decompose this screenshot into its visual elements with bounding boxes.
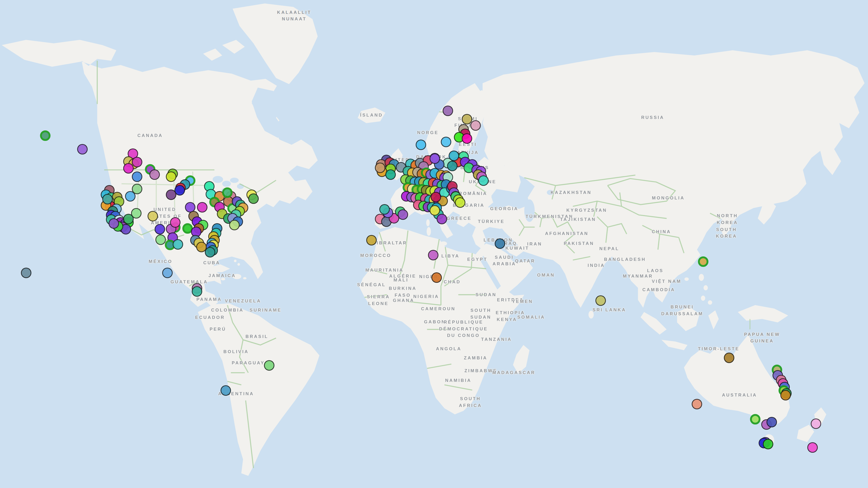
- landmass-new-guinea: [738, 305, 788, 322]
- country-label: RÉPUBLIQUE DÉMOCRATIQUE DU CONGO: [439, 319, 488, 339]
- map-marker[interactable]: [595, 295, 606, 306]
- country-label: SOUTH AFRICA: [459, 395, 482, 409]
- map-marker[interactable]: [431, 272, 442, 283]
- map-marker[interactable]: [248, 193, 259, 204]
- map-marker[interactable]: [398, 209, 408, 220]
- map-marker[interactable]: [197, 202, 208, 213]
- map-marker[interactable]: [102, 194, 113, 204]
- map-marker[interactable]: [416, 139, 426, 150]
- country-label: ECUADOR: [195, 315, 225, 321]
- country-label: VIỆT NAM: [652, 279, 681, 285]
- country-label: VENEZUELA: [225, 298, 261, 304]
- map-marker-highlighted[interactable]: [222, 187, 232, 198]
- map-marker[interactable]: [379, 204, 390, 215]
- map-marker[interactable]: [478, 175, 489, 186]
- country-label: BANGLADESH: [604, 256, 646, 263]
- map-marker[interactable]: [170, 217, 181, 228]
- country-label: KYRGYZSTAN: [566, 207, 607, 214]
- map-marker[interactable]: [192, 286, 202, 297]
- map-marker[interactable]: [155, 234, 166, 245]
- country-label: JAMAICA: [209, 272, 236, 279]
- map-marker[interactable]: [462, 133, 472, 144]
- map-marker[interactable]: [811, 419, 821, 429]
- country-label: GIBRALTAR: [372, 240, 407, 247]
- map-marker[interactable]: [692, 399, 702, 409]
- country-label: MÉXICO: [149, 258, 173, 265]
- country-label: BOLIVIA: [223, 349, 249, 355]
- map-marker[interactable]: [229, 220, 240, 230]
- map-marker[interactable]: [155, 224, 165, 234]
- country-label: MAURITANIA: [366, 267, 404, 274]
- map-marker[interactable]: [220, 385, 231, 396]
- map-marker[interactable]: [173, 239, 183, 250]
- map-marker[interactable]: [470, 120, 481, 131]
- basemap-landmass: [0, 0, 868, 488]
- country-label: PAPUA NEW GUINEA: [744, 331, 780, 344]
- country-label: SAUDI ARABIA: [493, 254, 516, 267]
- map-marker[interactable]: [77, 144, 88, 155]
- map-marker-highlighted[interactable]: [750, 414, 761, 424]
- map-marker[interactable]: [123, 163, 134, 173]
- country-label: ZAMBIA: [464, 355, 487, 362]
- map-marker-highlighted[interactable]: [40, 130, 51, 141]
- map-marker[interactable]: [366, 235, 377, 246]
- map-marker[interactable]: [441, 137, 451, 147]
- map-marker[interactable]: [763, 439, 773, 449]
- map-marker[interactable]: [767, 417, 777, 427]
- map-marker[interactable]: [430, 205, 440, 216]
- map-marker[interactable]: [807, 442, 818, 453]
- country-label: NORGE: [417, 129, 439, 136]
- country-label: LAOS: [647, 267, 663, 274]
- map-marker[interactable]: [205, 247, 215, 257]
- map-marker[interactable]: [495, 238, 505, 249]
- map-marker[interactable]: [447, 161, 458, 171]
- map-marker[interactable]: [108, 218, 119, 229]
- map-marker[interactable]: [428, 250, 438, 260]
- map-marker[interactable]: [780, 390, 791, 400]
- map-marker[interactable]: [132, 157, 142, 167]
- map-marker[interactable]: [448, 151, 459, 161]
- map-marker[interactable]: [196, 242, 207, 252]
- map-marker[interactable]: [430, 154, 440, 164]
- map-marker[interactable]: [443, 106, 453, 116]
- country-label: GREECE: [446, 216, 472, 222]
- map-marker[interactable]: [385, 169, 396, 180]
- map-marker[interactable]: [724, 353, 734, 363]
- country-label: BRUNEI DARUSSALAM: [661, 304, 703, 317]
- country-label: SÉNÉGAL: [357, 282, 386, 289]
- country-label: COLOMBIA: [211, 307, 244, 314]
- map-marker[interactable]: [375, 163, 385, 173]
- country-label: SIERRA LEONE: [367, 294, 390, 307]
- country-label: ÍSLAND: [360, 112, 383, 119]
- map-marker[interactable]: [166, 190, 176, 200]
- country-label: CANADA: [137, 132, 163, 139]
- country-label: TANZANIA: [481, 336, 512, 343]
- world-map[interactable]: KALAALLIT NUNAATCANADAUNITED STATES OF A…: [0, 0, 868, 488]
- country-label: BRASIL: [245, 333, 268, 340]
- country-label: MADAGASCAR: [492, 369, 535, 377]
- country-label: GUATEMALA: [170, 279, 208, 286]
- country-label: SOMALIA: [517, 314, 545, 321]
- map-marker[interactable]: [437, 214, 447, 224]
- map-marker[interactable]: [264, 360, 274, 371]
- map-marker[interactable]: [162, 268, 173, 278]
- map-marker[interactable]: [455, 197, 465, 208]
- country-label: SURINAME: [250, 307, 282, 314]
- map-marker[interactable]: [462, 114, 472, 124]
- country-label: CHINA: [652, 228, 671, 235]
- country-label: IRAN: [527, 241, 542, 248]
- map-marker[interactable]: [148, 211, 158, 221]
- map-marker[interactable]: [132, 171, 142, 182]
- country-label: PERÚ: [210, 326, 226, 333]
- map-marker[interactable]: [431, 192, 441, 202]
- map-marker[interactable]: [149, 169, 160, 180]
- map-marker[interactable]: [166, 171, 176, 182]
- country-label: KAZAKHSTAN: [551, 190, 592, 196]
- country-label: NIGERIA: [413, 293, 439, 300]
- country-label: MOROCCO: [360, 253, 391, 259]
- map-marker-highlighted[interactable]: [698, 256, 708, 267]
- country-label: TÜRKIYE: [478, 218, 505, 225]
- country-label: SOUTH KOREA: [716, 226, 737, 239]
- map-marker[interactable]: [21, 268, 31, 278]
- map-marker[interactable]: [132, 184, 142, 194]
